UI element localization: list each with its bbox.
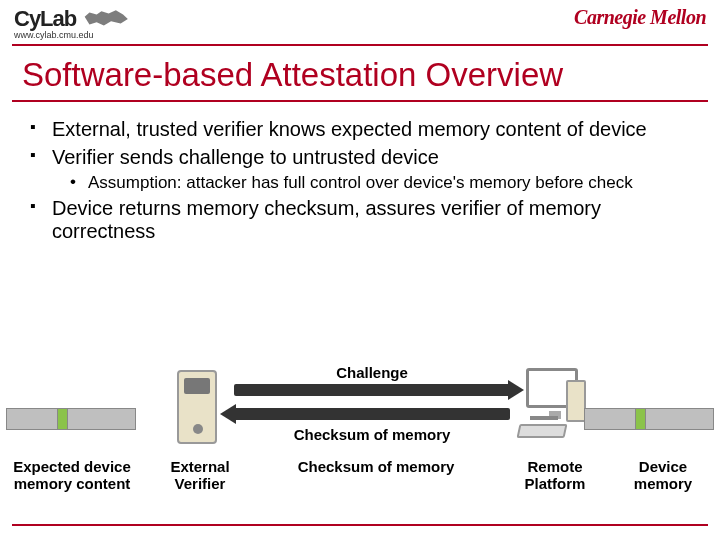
checksum-label: Checksum of memory [234, 426, 510, 443]
sub-bullet-text: Assumption: attacker has full control ov… [88, 173, 633, 192]
caption-expected-memory: Expected device memory content [2, 458, 142, 493]
checksum-arrow [234, 408, 510, 420]
title-underline [12, 100, 708, 102]
bullet-text: Verifier sends challenge to untrusted de… [52, 146, 439, 168]
caption-device-memory: Device memory [618, 458, 708, 493]
server-icon [170, 370, 225, 452]
bullet-text: External, trusted verifier knows expecte… [52, 118, 647, 140]
cylab-logo-text: CyLab [14, 6, 76, 32]
sub-bullet-item: Assumption: attacker has full control ov… [70, 173, 690, 193]
slide-body: External, trusted verifier knows expecte… [0, 118, 720, 244]
slide-title: Software-based Attestation Overview [0, 46, 720, 100]
challenge-arrow [234, 384, 510, 396]
footer-divider [12, 524, 708, 526]
bullet-item: External, trusted verifier knows expecte… [30, 118, 690, 142]
caption-remote-platform: Remote Platform [510, 458, 600, 493]
device-memory-bar-icon [584, 408, 714, 430]
cylab-url: www.cylab.cmu.edu [14, 30, 130, 40]
challenge-label: Challenge [234, 364, 510, 381]
caption-checksum: Checksum of memory [276, 458, 476, 475]
caption-external-verifier: External Verifier [160, 458, 240, 493]
desktop-computer-icon [518, 368, 588, 448]
cylab-logo: CyLab www.cylab.cmu.edu [14, 6, 130, 40]
bullet-item: Device returns memory checksum, assures … [30, 197, 690, 244]
bullet-item: Verifier sends challenge to untrusted de… [30, 146, 690, 193]
sub-bullet-list: Assumption: attacker has full control ov… [70, 173, 690, 193]
slide-header: CyLab www.cylab.cmu.edu Carnegie Mellon [0, 0, 720, 42]
attestation-diagram: Challenge Checksum of memory Expected de… [0, 348, 720, 500]
carnegie-mellon-wordmark: Carnegie Mellon [574, 6, 706, 29]
bullet-list: External, trusted verifier knows expecte… [30, 118, 690, 244]
bullet-text: Device returns memory checksum, assures … [52, 197, 601, 243]
world-map-icon [82, 8, 130, 30]
expected-memory-bar-icon [6, 408, 136, 430]
